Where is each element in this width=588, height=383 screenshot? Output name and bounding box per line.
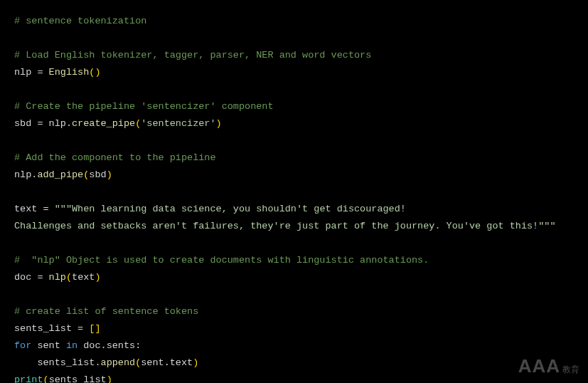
code-token: add_pipe [37, 169, 83, 180]
code-line: sbd = nlp.create_pipe('sentencizer') [14, 115, 574, 132]
code-token: # "nlp" Object is used to create documen… [14, 255, 429, 266]
code-token: [] [89, 323, 100, 334]
code-line: # create list of sentence tokens [14, 303, 574, 320]
code-line: nlp.add_pipe(sbd) [14, 167, 574, 184]
code-token: sent.text [141, 357, 193, 368]
code-token: ) [193, 357, 198, 368]
code-line [14, 81, 574, 98]
code-token: 'sentencizer' [141, 118, 215, 129]
code-token: ) [95, 272, 100, 283]
code-token: Challenges and setbacks aren't failures,… [14, 221, 556, 231]
code-token: ( [66, 272, 72, 283]
code-line [14, 132, 574, 149]
code-token: nlp [49, 272, 66, 283]
code-line: sents_list = [] [14, 320, 574, 337]
code-line [14, 235, 574, 252]
code-token: doc.sents: [77, 340, 141, 351]
code-token: text = [14, 204, 55, 214]
code-token: text [72, 272, 95, 283]
code-token: ) [107, 374, 112, 383]
code-token: ) [216, 118, 222, 129]
code-line: text = """When learning data science, yo… [14, 201, 574, 218]
code-token: # Load English tokenizer, tagger, parser… [14, 50, 371, 61]
code-token: nlp = [14, 67, 49, 78]
code-line: doc = nlp(text) [14, 269, 574, 286]
code-line: # Load English tokenizer, tagger, parser… [14, 47, 574, 64]
code-line [14, 286, 574, 303]
code-token: sents_list [49, 374, 107, 383]
code-token: doc = [14, 272, 49, 283]
code-line: # sentence tokenization [14, 13, 574, 30]
code-line: # "nlp" Object is used to create documen… [14, 252, 574, 269]
code-token: # create list of sentence tokens [14, 306, 198, 317]
code-line: nlp = English() [14, 64, 574, 81]
code-line [14, 184, 574, 201]
code-token: sent [31, 340, 66, 351]
code-token: English [49, 67, 90, 78]
code-line: for sent in doc.sents: [14, 337, 574, 355]
code-token: append [101, 357, 136, 368]
code-token: ) [107, 169, 112, 180]
code-line: Challenges and setbacks aren't failures,… [14, 218, 574, 235]
code-token: # sentence tokenization [14, 16, 146, 26]
code-token: in [66, 340, 77, 351]
code-token: # Add the component to the pipeline [14, 152, 216, 163]
code-line: # Add the component to the pipeline [14, 149, 574, 167]
code-editor: # sentence tokenization # Load English t… [0, 0, 588, 383]
code-token: """When learning data science, you shoul… [55, 204, 406, 214]
code-token: () [89, 67, 100, 78]
code-line: sents_list.append(sent.text) [14, 355, 574, 372]
code-token: sents_list. [14, 357, 101, 368]
code-token: sbd = nlp. [14, 118, 72, 129]
code-token: sbd [89, 169, 106, 180]
code-token: ( [43, 374, 49, 383]
code-token: print [14, 374, 43, 383]
code-token: # Create the pipeline 'sentencizer' comp… [14, 101, 274, 112]
code-line: print(sents_list) [14, 372, 574, 383]
code-token: for [14, 340, 31, 351]
code-token: nlp. [14, 169, 37, 180]
code-token: sents_list = [14, 323, 89, 334]
code-line: # Create the pipeline 'sentencizer' comp… [14, 98, 574, 115]
code-token: create_pipe [72, 118, 135, 129]
code-line [14, 30, 574, 47]
